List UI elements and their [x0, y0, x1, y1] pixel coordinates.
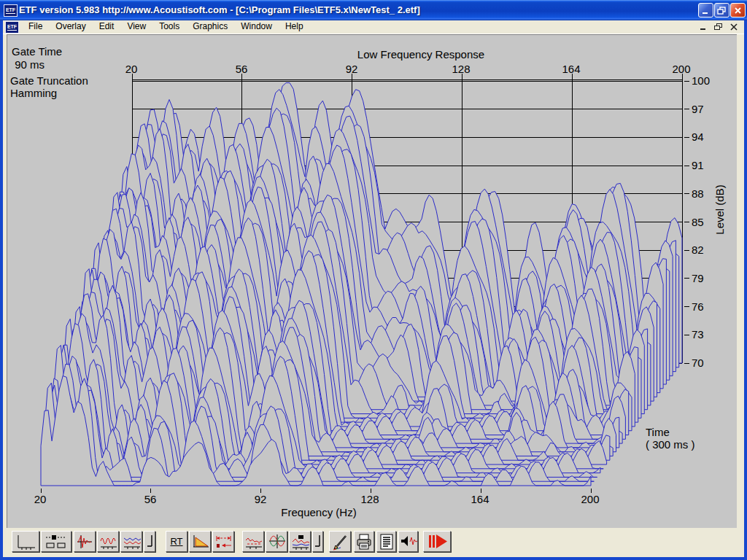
rt-button[interactable]: RT: [166, 531, 187, 552]
app-icon: ETF: [4, 4, 18, 17]
x-tick-top-164: 164: [557, 63, 586, 75]
decay-triangle-icon: [190, 532, 210, 551]
time-axis-range: ( 300 ms ): [646, 438, 695, 451]
display-settings-button[interactable]: [41, 531, 71, 552]
rt-text-icon: RT: [170, 536, 182, 547]
axis-scale-button-2[interactable]: [312, 531, 323, 552]
gating-button[interactable]: [212, 531, 234, 552]
y-tick-97: 97: [692, 103, 721, 115]
restore-icon: [717, 7, 727, 15]
x-tick-bottom-92: 92: [246, 493, 275, 505]
play-icon: [425, 532, 449, 551]
y-tick-82: 82: [692, 244, 721, 256]
speaker-waveform-icon: [398, 532, 419, 551]
menu-item-help[interactable]: Help: [279, 20, 310, 33]
y-tick-88: 88: [692, 187, 721, 200]
y-tick-79: 79: [692, 272, 721, 284]
y-tick-91: 91: [692, 159, 721, 171]
y-tick-100: 100: [692, 74, 721, 87]
color-pencil-icon: [330, 532, 349, 551]
x-tick-bottom-200: 200: [576, 493, 605, 505]
x-axis-title: Frequency (Hz): [246, 506, 392, 518]
mdi-window-controls: [697, 22, 740, 31]
x-tick-top-56: 56: [227, 63, 256, 75]
window-border-right: [744, 20, 747, 560]
printer-icon: [355, 532, 374, 551]
document-icon-small[interactable]: ETF: [5, 21, 19, 34]
overlay-curves-icon: [121, 532, 142, 551]
time-axis-title: Time: [646, 426, 670, 438]
y-tick-73: 73: [692, 328, 721, 341]
minimize-icon: [699, 23, 708, 31]
gate-truncation-label: Gate Truncation: [10, 74, 88, 87]
run-measurement-button[interactable]: [423, 531, 451, 552]
window-title: ETF version 5.983 http://www.Acoustisoft…: [19, 0, 420, 20]
smoothed-response-button[interactable]: [242, 531, 264, 552]
smoothed-curve-icon: [243, 532, 263, 551]
axis-corner-icon: [145, 532, 155, 551]
mdi-restore-button[interactable]: [713, 22, 724, 31]
axis-scale-button[interactable]: [144, 531, 155, 552]
measure-button[interactable]: [398, 531, 418, 552]
menu-item-file[interactable]: File: [22, 20, 49, 33]
rt60-plot-button[interactable]: [289, 531, 311, 552]
close-icon: [729, 23, 738, 31]
x-tick-top-20: 20: [117, 63, 146, 75]
window-border-left: [0, 20, 3, 560]
impulse-response-button[interactable]: [74, 531, 96, 552]
close-button[interactable]: [730, 3, 746, 18]
minimize-icon: [701, 7, 711, 15]
x-tick-top-92: 92: [337, 63, 366, 75]
x-tick-bottom-128: 128: [355, 493, 384, 505]
x-tick-bottom-20: 20: [26, 493, 55, 505]
gate-truncation-value: Hamming: [10, 87, 57, 99]
toolbar: RT: [3, 529, 744, 556]
print-button[interactable]: [354, 531, 374, 552]
x-tick-top-128: 128: [446, 63, 476, 75]
close-icon: [734, 7, 742, 15]
minimize-button[interactable]: [698, 3, 713, 18]
overlay-response-button[interactable]: [120, 531, 142, 552]
slider-boxes-icon: [43, 532, 69, 551]
mdi-close-button[interactable]: [728, 22, 740, 31]
freq-response-icon: [98, 532, 118, 551]
rt60-plot-icon: [290, 532, 310, 551]
menu-item-window[interactable]: Window: [234, 20, 279, 33]
restore-button[interactable]: [714, 3, 729, 18]
phase-button[interactable]: [266, 531, 287, 552]
menu-item-tools[interactable]: Tools: [152, 20, 186, 33]
frequency-response-button[interactable]: [97, 531, 119, 552]
title-bar: ETF ETF version 5.983 http://www.Acousti…: [0, 0, 747, 20]
waterfall-chart: [7, 35, 737, 528]
gate-time-value: 90 ms: [12, 58, 44, 71]
chart-title: Low Frequency Response: [311, 48, 530, 61]
menu-item-view[interactable]: View: [120, 20, 152, 33]
plot-area: [7, 34, 737, 528]
impulse-icon: [75, 532, 94, 551]
x-tick-bottom-56: 56: [136, 493, 165, 505]
document-icon: [377, 532, 396, 551]
menu-item-edit[interactable]: Edit: [93, 20, 121, 33]
window-border-bottom: [0, 557, 747, 560]
menu-item-overlay[interactable]: Overlay: [49, 20, 92, 33]
y-tick-76: 76: [692, 300, 721, 313]
restore-icon: [714, 23, 723, 31]
waterfall-view-button[interactable]: [12, 531, 39, 552]
notes-button[interactable]: [376, 531, 396, 552]
y-tick-94: 94: [692, 131, 721, 143]
menu-item-graphics[interactable]: Graphics: [186, 20, 234, 33]
x-tick-bottom-164: 164: [465, 493, 495, 505]
x-tick-top-200: 200: [667, 63, 696, 75]
waterfall-axes-icon: [14, 532, 37, 551]
y-tick-85: 85: [692, 216, 721, 228]
gate-time-label: Gate Time: [12, 45, 62, 58]
y-tick-70: 70: [692, 357, 721, 369]
menu-bar: ETF FileOverlayEditViewToolsGraphicsWind…: [3, 20, 744, 34]
annotate-button[interactable]: [329, 531, 351, 552]
axis-corner-icon: [313, 532, 322, 551]
phase-sines-icon: [266, 532, 287, 551]
mdi-minimize-button[interactable]: [697, 22, 709, 31]
energy-decay-button[interactable]: [189, 531, 211, 552]
gate-markers-icon: [213, 532, 233, 551]
